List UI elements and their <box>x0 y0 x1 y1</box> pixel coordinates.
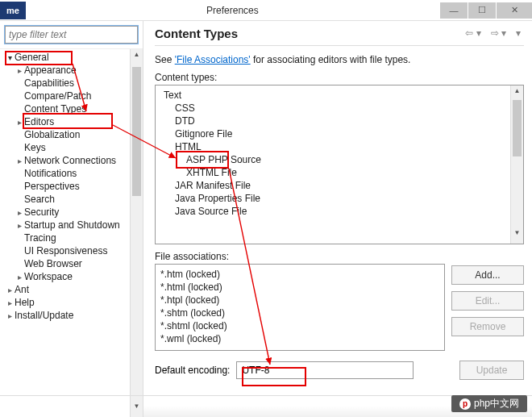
watermark-logo-icon: p <box>459 398 471 410</box>
ct-item[interactable]: JAR Manifest File <box>164 179 507 192</box>
forward-icon[interactable]: ⇨ ▾ <box>488 26 509 40</box>
file-association-item[interactable]: *.htm (locked) <box>160 268 439 281</box>
menu-icon[interactable]: ▾ <box>513 26 524 40</box>
watermark: p php中文网 <box>451 395 527 412</box>
tree-item[interactable]: Perspectives <box>5 180 130 193</box>
nav-scrollbar[interactable]: ▲ ▼ <box>130 49 143 417</box>
content-types-scrollbar[interactable]: ▲ ▼ <box>510 85 523 244</box>
edit-button[interactable]: Edit... <box>451 291 524 311</box>
filter-input[interactable] <box>5 26 138 44</box>
scroll-down-icon[interactable]: ▼ <box>511 229 523 242</box>
file-association-item[interactable]: *.shtml (locked) <box>160 319 439 332</box>
content-types-tree[interactable]: TextCSSDTDGitignore FileHTMLASP PHP Sour… <box>156 85 510 244</box>
scroll-thumb[interactable] <box>132 67 141 196</box>
file-association-item[interactable]: *.htpl (locked) <box>160 294 439 306</box>
description-text: See 'File Associations' for associating … <box>155 46 524 72</box>
scroll-up-icon[interactable]: ▲ <box>511 87 523 100</box>
tree-item[interactable]: Capabilities <box>5 77 130 90</box>
ct-item[interactable]: Gitignore File <box>164 127 507 140</box>
close-button[interactable]: ✕ <box>497 2 532 19</box>
ct-item[interactable]: XHTML File <box>164 166 507 179</box>
tree-item[interactable]: Keys <box>5 141 130 154</box>
tree-item-general[interactable]: General <box>5 51 130 64</box>
tree-item[interactable]: Globalization <box>5 128 130 141</box>
ct-item[interactable]: HTML <box>164 140 507 153</box>
file-association-item[interactable]: *.wml (locked) <box>160 332 439 345</box>
minimize-button[interactable]: — <box>440 2 468 19</box>
preferences-tree[interactable]: GeneralAppearanceCapabilitiesCompare/Pat… <box>0 49 130 417</box>
tree-item[interactable]: Appearance <box>5 64 130 77</box>
ct-item[interactable]: CSS <box>164 102 507 115</box>
update-button[interactable]: Update <box>459 361 524 380</box>
tree-item[interactable]: Web Browser <box>5 257 130 270</box>
default-encoding-label: Default encoding: <box>155 365 230 376</box>
preferences-nav-panel: GeneralAppearanceCapabilitiesCompare/Pat… <box>0 21 143 417</box>
tree-item[interactable]: Editors <box>5 115 130 128</box>
scroll-up-icon[interactable]: ▲ <box>131 51 143 64</box>
ct-item[interactable]: DTD <box>164 115 507 127</box>
tree-item[interactable]: Workspace <box>5 270 130 283</box>
maximize-button[interactable]: ☐ <box>468 2 496 19</box>
back-icon[interactable]: ⇦ ▾ <box>462 26 484 40</box>
ct-item-text[interactable]: Text <box>164 89 507 102</box>
tree-item[interactable]: Content Types <box>5 102 130 115</box>
window-title: Preferences <box>26 5 439 16</box>
scroll-down-icon[interactable]: ▼ <box>131 402 143 415</box>
file-association-item[interactable]: *.shtm (locked) <box>160 306 439 319</box>
tree-item[interactable]: Install/Update <box>5 309 130 322</box>
file-associations-label: File associations: <box>155 251 445 264</box>
window-titlebar: me Preferences — ☐ ✕ <box>0 0 532 21</box>
content-types-tree-box: TextCSSDTDGitignore FileHTMLASP PHP Sour… <box>155 85 524 244</box>
add-button[interactable]: Add... <box>451 265 524 285</box>
tree-item[interactable]: Compare/Patch <box>5 90 130 102</box>
watermark-text: php中文网 <box>474 397 519 411</box>
scroll-thumb[interactable] <box>513 100 522 156</box>
tree-item[interactable]: Tracing <box>5 231 130 244</box>
page-title: Content Types <box>155 27 462 40</box>
content-types-label: Content types: <box>155 72 524 85</box>
file-associations-list[interactable]: *.htm (locked)*.html (locked)*.htpl (loc… <box>155 264 445 351</box>
app-badge: me <box>0 2 26 19</box>
ct-item[interactable]: Java Source File <box>164 205 507 218</box>
ct-item[interactable]: ASP PHP Source <box>164 153 507 166</box>
preferences-content-panel: Content Types ⇦ ▾ ⇨ ▾ ▾ See 'File Associ… <box>143 21 532 417</box>
tree-item[interactable]: Search <box>5 193 130 206</box>
tree-item[interactable]: Notifications <box>5 167 130 180</box>
remove-button[interactable]: Remove <box>451 317 524 336</box>
tree-item[interactable]: Network Connections <box>5 154 130 167</box>
tree-item[interactable]: Help <box>5 296 130 309</box>
file-associations-link[interactable]: 'File Associations' <box>175 54 251 65</box>
tree-item[interactable]: Security <box>5 206 130 219</box>
tree-item[interactable]: Startup and Shutdown <box>5 219 130 231</box>
tree-item[interactable]: Ant <box>5 283 130 296</box>
default-encoding-input[interactable]: UTF-8 <box>236 361 414 379</box>
file-association-item[interactable]: *.html (locked) <box>160 281 439 294</box>
tree-item[interactable]: UI Responsiveness <box>5 244 130 257</box>
ct-item[interactable]: Java Properties File <box>164 192 507 205</box>
